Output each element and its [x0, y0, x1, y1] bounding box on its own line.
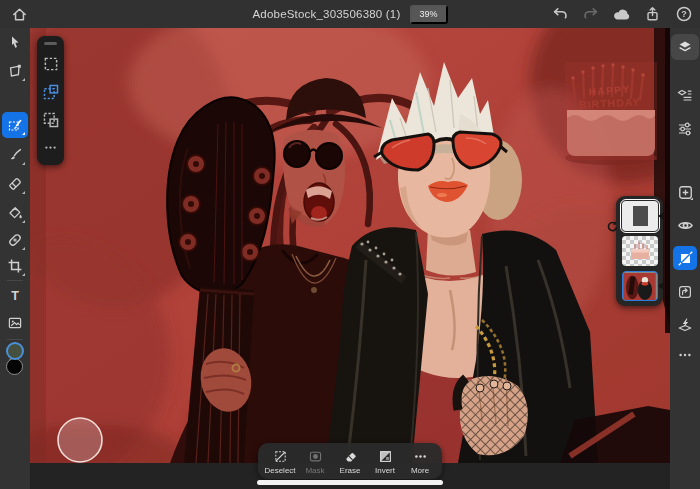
move-tool[interactable] [2, 29, 28, 55]
new-selection-icon [42, 55, 60, 73]
deselect-button[interactable]: Deselect [263, 448, 297, 475]
mask-content [633, 206, 648, 226]
share-button[interactable] [643, 5, 662, 24]
redo-button[interactable] [581, 5, 600, 24]
type-tool[interactable]: T [2, 282, 28, 308]
strip-handle-arrow[interactable] [658, 212, 664, 220]
transform-tool[interactable] [2, 58, 28, 84]
more-icon [677, 347, 693, 363]
place-image-tool[interactable] [2, 310, 28, 336]
adjustments-button[interactable] [673, 117, 697, 141]
brush-cursor [58, 418, 102, 462]
toolbar-divider [7, 280, 23, 281]
toolbar-divider [7, 339, 23, 340]
selection-action-bar: Deselect Mask Erase Invert More [258, 443, 442, 479]
help-icon: ? [675, 5, 693, 23]
deselect-label: Deselect [264, 467, 295, 475]
selection-options-panel [37, 36, 64, 165]
cake-layer-preview [622, 236, 658, 266]
eye-icon [677, 217, 694, 234]
adjustments-icon [677, 121, 693, 137]
topbar-actions: ? [550, 0, 693, 28]
brush-icon [7, 147, 23, 163]
tools-toolbar: T [0, 28, 30, 489]
more-options-button[interactable] [673, 343, 697, 367]
crop-tool[interactable] [2, 253, 28, 279]
more-icon [43, 140, 58, 155]
photo-layer-preview [623, 273, 656, 300]
effects-icon [677, 317, 693, 333]
mask-action-button[interactable]: Mask [298, 448, 332, 475]
mask-action-icon [308, 449, 323, 464]
selection-brush-icon [7, 117, 23, 133]
more-label: More [411, 467, 429, 475]
share-icon [644, 6, 661, 23]
eraser-tool[interactable] [2, 171, 28, 197]
new-selection-mode[interactable] [41, 54, 61, 74]
top-bar: AdobeStock_303506380 (1) 39% [0, 0, 700, 28]
place-image-icon [7, 315, 23, 331]
add-layer-icon [677, 184, 694, 201]
transform-icon [7, 63, 23, 79]
canvas[interactable]: HAPPY BIRTHDAY [30, 28, 670, 463]
help-button[interactable]: ? [674, 5, 693, 24]
fill-icon [7, 205, 23, 221]
home-indicator[interactable] [257, 480, 443, 485]
clip-mask-icon [677, 284, 693, 300]
taskbar [670, 28, 700, 489]
panel-more-button[interactable] [41, 138, 61, 158]
erase-label: Erase [340, 467, 361, 475]
layers-button[interactable] [671, 34, 699, 60]
cake-artwork: HAPPY BIRTHDAY [565, 62, 657, 165]
cloud-icon [612, 5, 631, 24]
add-selection-icon [42, 83, 60, 101]
cloud-sync-button[interactable] [612, 5, 631, 24]
sticker-layer-thumbnail[interactable] [622, 236, 658, 266]
deselect-icon [273, 449, 288, 464]
healing-icon [7, 232, 23, 248]
sync-badge-icon [606, 220, 619, 233]
photo-layer-thumbnail[interactable] [622, 271, 658, 301]
erase-button[interactable]: Erase [333, 448, 367, 475]
invert-label: Invert [375, 467, 395, 475]
more-icon [413, 449, 428, 464]
mask-button[interactable] [673, 246, 697, 270]
strip-handle-arrow[interactable] [658, 282, 664, 290]
move-icon [7, 34, 23, 50]
background-color-swatch[interactable] [6, 358, 23, 375]
foreground-color-swatch[interactable] [6, 342, 24, 360]
layer-properties-icon [677, 87, 693, 103]
subtract-selection-icon [42, 111, 60, 129]
fill-tool[interactable] [2, 200, 28, 226]
selection-brush-tool[interactable] [2, 112, 28, 138]
redo-icon [582, 5, 600, 23]
crop-icon [7, 258, 23, 274]
layer-mask-thumbnail[interactable] [622, 201, 658, 231]
mask-icon [678, 251, 693, 266]
brush-tool[interactable] [2, 142, 28, 168]
photoshop-ipad-app: { "topbar": { "title": "AdobeStock_30350… [0, 0, 700, 489]
mask-label: Mask [305, 467, 324, 475]
clip-mask-button[interactable] [673, 280, 697, 304]
healing-tool[interactable] [2, 227, 28, 253]
invert-icon [378, 449, 393, 464]
invert-button[interactable]: Invert [368, 448, 402, 475]
layer-properties-button[interactable] [673, 83, 697, 107]
eraser-icon [7, 176, 23, 192]
add-layer-button[interactable] [673, 180, 697, 204]
undo-button[interactable] [550, 5, 569, 24]
panel-drag-handle[interactable] [44, 42, 57, 45]
svg-text:?: ? [681, 9, 687, 19]
layers-strip [616, 196, 663, 306]
document-title: AdobeStock_303506380 (1) [252, 8, 400, 20]
effects-button[interactable] [673, 313, 697, 337]
svg-text:T: T [11, 289, 19, 303]
more-actions-button[interactable]: More [403, 448, 437, 475]
type-icon: T [7, 287, 23, 303]
subtract-selection-mode[interactable] [41, 110, 61, 130]
layer-visibility-button[interactable] [673, 213, 697, 237]
undo-icon [551, 5, 569, 23]
layers-icon [677, 39, 693, 55]
zoom-level-badge[interactable]: 39% [410, 5, 448, 24]
add-selection-mode[interactable] [41, 82, 61, 102]
